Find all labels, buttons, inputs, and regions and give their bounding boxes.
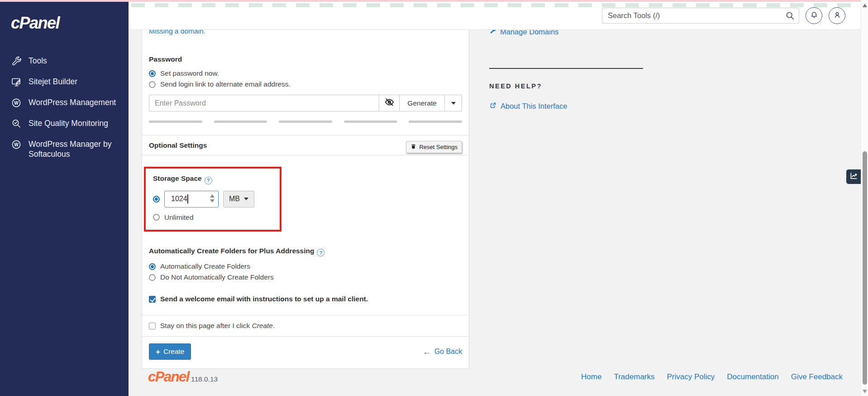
about-this-interface-link[interactable]: About This Interface: [489, 101, 648, 111]
sidebar-item-label: WordPress Management: [29, 97, 116, 107]
radio-selected-icon: [149, 263, 156, 270]
main-content: Missing a domain. Password Set password …: [129, 30, 861, 396]
spinner-down-icon: [210, 199, 215, 203]
generate-options-button[interactable]: [445, 95, 462, 111]
help-question-icon[interactable]: ?: [205, 177, 212, 184]
user-icon: [833, 10, 842, 21]
password-input[interactable]: [149, 95, 379, 111]
strength-segment: [344, 121, 397, 123]
create-button-label: Create: [163, 348, 185, 356]
bell-icon: [810, 10, 819, 21]
sidebar: cPanel Tools Sitejet Builder W WordPress…: [0, 0, 129, 396]
cpanel-footer-logo: cPanel: [148, 369, 189, 385]
text-cursor: [187, 194, 188, 203]
search-input[interactable]: [602, 8, 799, 24]
strength-segment: [279, 121, 332, 123]
radio-selected-icon: [149, 70, 156, 77]
checkbox-checked-icon: [149, 296, 156, 303]
radio-no-auto-create-folders[interactable]: Do Not Automatically Create Folders: [149, 273, 462, 281]
missing-domain-link[interactable]: Missing a domain.: [149, 30, 205, 35]
optional-settings-header: Optional Settings Reset Settings: [142, 135, 469, 155]
scrollbar-thumb[interactable]: [863, 151, 867, 385]
external-link-icon: [489, 101, 497, 111]
help-question-icon[interactable]: ?: [317, 249, 324, 256]
radio-label: Do Not Automatically Create Folders: [160, 273, 274, 281]
create-email-form-card: Missing a domain. Password Set password …: [142, 30, 469, 369]
wordpress-icon: W: [11, 139, 22, 150]
radio-quota-selected-icon[interactable]: [153, 196, 160, 203]
stay-on-page-checkbox-row[interactable]: Stay on this page after I click Create.: [149, 322, 462, 330]
manage-domains-link[interactable]: Manage Domains: [489, 30, 648, 36]
stay-on-page-label: Stay on this page after I click Create.: [160, 322, 275, 330]
search-box: [602, 8, 799, 24]
optional-settings-title: Optional Settings: [149, 141, 207, 150]
radio-send-login-link[interactable]: Send login link to alternate email addre…: [149, 80, 462, 88]
scroll-down-arrow-icon[interactable]: [863, 390, 867, 393]
radio-label: Set password now.: [160, 69, 219, 77]
radio-set-password-now[interactable]: Set password now.: [149, 69, 462, 77]
radio-unselected-icon: [149, 81, 156, 88]
password-input-group: Generate: [149, 95, 462, 111]
header-dashed-strip: [131, 3, 858, 7]
plus-addressing-heading: Automatically Create Folders for Plus Ad…: [149, 247, 314, 255]
radio-auto-create-folders[interactable]: Automatically Create Folders: [149, 262, 462, 270]
sidebar-item-label: WordPress Manager by Softaculous: [29, 139, 119, 159]
footer-brand: cPanel 118.0.13: [148, 369, 218, 385]
go-back-label: Go Back: [434, 348, 462, 356]
svg-text:W: W: [14, 101, 19, 106]
reset-settings-label: Reset Settings: [419, 144, 458, 150]
site-quality-icon: [11, 118, 22, 129]
user-menu-button[interactable]: [829, 7, 845, 24]
storage-unit-dropdown[interactable]: MB: [223, 191, 254, 208]
strength-segment: [214, 121, 267, 123]
welcome-email-checkbox-row[interactable]: Send a welcome email with instructions t…: [149, 295, 462, 303]
welcome-email-label: Send a welcome email with instructions t…: [160, 295, 368, 303]
search-icon[interactable]: [785, 11, 795, 20]
notifications-button[interactable]: [806, 7, 822, 24]
sidebar-item-tools[interactable]: Tools: [0, 51, 129, 72]
tools-icon: [11, 56, 22, 67]
footer-link-give-feedback[interactable]: Give Feedback: [791, 372, 843, 382]
footer-link-privacy-policy[interactable]: Privacy Policy: [667, 372, 715, 382]
spinner-up-icon: [210, 194, 215, 198]
storage-quota-row: MB: [153, 191, 272, 208]
toggle-password-visibility-button[interactable]: [379, 95, 400, 111]
sidebar-nav: Tools Sitejet Builder W WordPress Manage…: [0, 51, 129, 164]
top-progress-line: [0, 0, 868, 2]
vertical-scrollbar[interactable]: [861, 0, 868, 396]
generate-password-button[interactable]: Generate: [400, 95, 445, 111]
chevron-down-icon: [451, 102, 456, 105]
sidebar-item-site-quality-monitoring[interactable]: Site Quality Monitoring: [0, 113, 129, 134]
reset-settings-button[interactable]: Reset Settings: [406, 141, 462, 153]
sidebar-item-wordpress-manager[interactable]: W WordPress Manager by Softaculous: [0, 134, 129, 164]
arrow-left-icon: ←: [423, 348, 431, 356]
eye-slash-icon: [384, 97, 395, 109]
footer-link-trademarks[interactable]: Trademarks: [614, 372, 654, 382]
strength-segment: [409, 121, 462, 123]
sitejet-builder-icon: [11, 77, 22, 87]
radio-unselected-icon: [153, 214, 160, 221]
form-actions: + Create ← Go Back: [142, 336, 469, 368]
sidebar-item-sitejet-builder[interactable]: Sitejet Builder: [0, 72, 129, 92]
need-help-heading: NEED HELP?: [489, 82, 648, 90]
scroll-up-arrow-icon[interactable]: [863, 4, 867, 7]
number-spinner[interactable]: [210, 194, 215, 203]
password-heading: Password: [149, 55, 462, 63]
storage-unit-value: MB: [229, 195, 240, 203]
footer-link-home[interactable]: Home: [581, 372, 601, 382]
footer-link-documentation[interactable]: Documentation: [727, 372, 778, 382]
radio-label: Automatically Create Folders: [160, 262, 250, 270]
chevron-down-icon: [244, 198, 248, 200]
create-button[interactable]: + Create: [149, 343, 191, 360]
radio-label: Unlimited: [164, 213, 194, 222]
sidebar-item-wordpress-management[interactable]: W WordPress Management: [0, 92, 129, 113]
plus-icon: +: [156, 348, 160, 356]
wordpress-icon: W: [11, 97, 22, 108]
radio-label: Send login link to alternate email addre…: [160, 80, 291, 88]
password-strength-meter: [149, 121, 462, 123]
storage-space-label: Storage Space: [153, 174, 202, 182]
go-back-link[interactable]: ← Go Back: [423, 348, 462, 356]
radio-unlimited[interactable]: Unlimited: [153, 213, 272, 222]
svg-text:W: W: [14, 142, 19, 147]
analytics-panel-toggle[interactable]: [846, 169, 861, 184]
